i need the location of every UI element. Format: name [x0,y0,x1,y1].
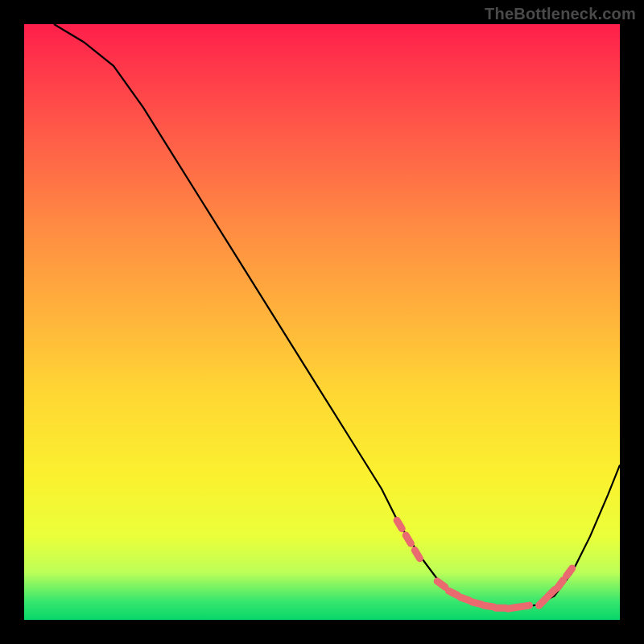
chart-frame: TheBottleneck.com [0,0,644,644]
highlight-dash [484,605,493,607]
bottleneck-curve [54,24,620,608]
highlight-dash [567,568,572,576]
highlight-dash [448,591,457,595]
highlight-dash [406,535,411,543]
highlight-dash [520,605,530,607]
plot-svg [24,24,620,620]
highlight-dash [557,580,563,588]
highlight-dash [415,550,419,558]
curve-highlight-dots [397,520,572,609]
watermark-text: TheBottleneck.com [485,5,636,23]
highlight-dash [437,581,445,587]
highlight-dash [508,607,518,609]
highlight-dash [397,520,402,528]
highlight-dash [539,599,546,605]
highlight-dash [473,602,482,605]
highlight-dash [548,589,555,596]
highlight-dash [460,597,469,601]
